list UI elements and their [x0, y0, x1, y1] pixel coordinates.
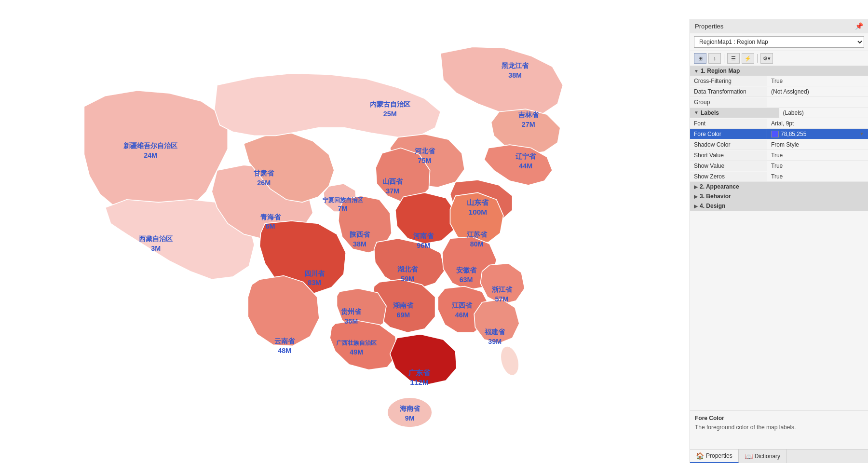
design-label: 4. Design [700, 203, 725, 209]
svg-text:河南省: 河南省 [413, 232, 434, 240]
prop-label-fore-color: Fore Color [690, 129, 767, 139]
properties-panel: Properties 📌 RegionMap1 : Region Map ⊞ ↕… [690, 19, 868, 463]
svg-text:57M: 57M [495, 295, 509, 303]
svg-text:四川省: 四川省 [304, 270, 325, 277]
svg-text:甘肃省: 甘肃省 [254, 169, 274, 177]
svg-text:96M: 96M [417, 242, 430, 249]
prop-shadow-color: Shadow Color From Style [690, 139, 868, 150]
svg-text:6M: 6M [266, 222, 275, 230]
prop-label-cross-filtering: Cross-Filtering [690, 76, 767, 86]
toolbar-lightning-btn[interactable]: ⚡ [742, 53, 754, 64]
svg-text:63M: 63M [460, 276, 473, 284]
svg-text:38M: 38M [508, 71, 522, 79]
prop-label-shadow-color: Shadow Color [690, 140, 767, 150]
svg-text:49M: 49M [350, 348, 363, 356]
svg-text:宁夏回族自治区: 宁夏回族自治区 [323, 197, 363, 204]
prop-short-value: Short Value True [690, 150, 868, 161]
svg-text:112M: 112M [410, 378, 429, 386]
properties-tab-icon: 🏠 [696, 452, 704, 460]
info-title: Fore Color [695, 415, 863, 422]
prop-label-data-transformation: Data Transformation [690, 87, 767, 96]
svg-text:浙江省: 浙江省 [492, 286, 513, 293]
svg-text:云南省: 云南省 [274, 337, 295, 345]
prop-value-cross-filtering: True [767, 76, 868, 86]
prop-label-font: Font [690, 119, 767, 128]
toolbar-settings-btn[interactable]: ⚙▾ [760, 53, 773, 64]
dictionary-tab-icon: 📖 [745, 452, 753, 460]
svg-text:贵州省: 贵州省 [341, 308, 362, 315]
svg-text:江苏省: 江苏省 [467, 231, 488, 238]
section-labels[interactable]: ▼ Labels [690, 108, 779, 118]
info-area: Fore Color The foreground color of the m… [690, 410, 868, 449]
section-design[interactable]: ▶ 4. Design [690, 201, 868, 211]
section-region-map[interactable]: ▼ 1. Region Map [690, 66, 868, 76]
toolbar-properties-btn[interactable]: ⊞ [694, 53, 706, 64]
svg-text:38M: 38M [353, 240, 366, 248]
svg-text:100M: 100M [469, 208, 488, 216]
map-area: 新疆维吾尔自治区 24M 西藏自治区 3M 内蒙古自治区 25M 黑龙江省 38… [0, 0, 690, 463]
prop-value-font: Arial, 9pt [767, 119, 868, 128]
svg-text:3M: 3M [151, 245, 161, 252]
svg-text:西藏自治区: 西藏自治区 [139, 235, 173, 243]
prop-fore-color[interactable]: Fore Color 78,85,255 ▼ [690, 129, 868, 139]
svg-text:24M: 24M [144, 151, 157, 159]
design-arrow: ▶ [694, 204, 698, 209]
svg-text:27M: 27M [522, 121, 535, 128]
svg-text:山东省: 山东省 [467, 198, 489, 206]
svg-point-1 [498, 344, 522, 378]
svg-text:安徽省: 安徽省 [456, 266, 477, 274]
panel-dropdown-row: RegionMap1 : Region Map [690, 33, 868, 51]
svg-text:26M: 26M [257, 179, 271, 187]
component-selector[interactable]: RegionMap1 : Region Map [694, 36, 864, 48]
prop-cross-filtering: Cross-Filtering True [690, 76, 868, 86]
footer-tab-properties[interactable]: 🏠 Properties [690, 449, 739, 463]
fore-color-text: 78,85,255 [781, 131, 806, 137]
svg-text:59M: 59M [401, 275, 414, 283]
svg-text:山西省: 山西省 [382, 177, 403, 185]
svg-text:83M: 83M [308, 279, 321, 286]
panel-toolbar: ⊞ ↕ ☰ ⚡ ⚙▾ [690, 51, 868, 66]
svg-point-0 [387, 397, 432, 427]
toolbar-sort-btn[interactable]: ↕ [708, 53, 721, 64]
svg-text:内蒙古自治区: 内蒙古自治区 [370, 100, 410, 108]
svg-text:25M: 25M [383, 110, 397, 118]
panel-footer-tabs: 🏠 Properties 📖 Dictionary [690, 449, 868, 463]
prop-show-value: Show Value True [690, 161, 868, 171]
prop-show-zeros: Show Zeros True [690, 171, 868, 182]
prop-label-show-value: Show Value [690, 161, 767, 171]
fore-color-dropdown[interactable]: ▼ [859, 131, 864, 136]
footer-tab-dictionary[interactable]: 📖 Dictionary [739, 449, 787, 463]
panel-title: Properties [695, 23, 723, 30]
labels-header-row: ▼ Labels (Labels) [690, 108, 868, 118]
svg-text:9M: 9M [405, 414, 415, 422]
prop-label-short-value: Short Value [690, 150, 767, 160]
svg-text:海南省: 海南省 [400, 405, 420, 412]
svg-text:江西省: 江西省 [452, 301, 473, 309]
svg-text:39M: 39M [488, 338, 502, 345]
behavior-arrow: ▶ [694, 194, 698, 199]
panel-pin-button[interactable]: 📌 [855, 22, 863, 30]
properties-content: ▼ 1. Region Map Cross-Filtering True Dat… [690, 66, 868, 410]
svg-text:广西壮族自治区: 广西壮族自治区 [336, 340, 377, 346]
prop-value-show-value: True [767, 161, 868, 171]
svg-text:黑龙江省: 黑龙江省 [502, 62, 529, 69]
labels-value: (Labels) [779, 108, 868, 118]
svg-text:辽宁省: 辽宁省 [515, 152, 536, 160]
section-appearance[interactable]: ▶ 2. Appearance [690, 182, 868, 191]
prop-label-group: Group [690, 97, 767, 107]
behavior-label: 3. Behavior [700, 193, 731, 200]
svg-text:44M: 44M [519, 162, 532, 170]
svg-text:7M: 7M [338, 204, 348, 212]
fore-color-swatch [771, 131, 779, 137]
appearance-label: 2. Appearance [700, 183, 739, 190]
svg-text:69M: 69M [396, 311, 410, 319]
toolbar-list-btn[interactable]: ☰ [727, 53, 740, 64]
prop-value-show-zeros: True [767, 172, 868, 181]
labels-arrow: ▼ [694, 110, 699, 115]
appearance-arrow: ▶ [694, 184, 698, 190]
properties-tab-label: Properties [706, 452, 732, 459]
svg-text:46M: 46M [455, 311, 469, 319]
svg-text:青海省: 青海省 [260, 213, 281, 221]
prop-value-data-transformation: (Not Assigned) [767, 87, 868, 96]
section-behavior[interactable]: ▶ 3. Behavior [690, 191, 868, 201]
